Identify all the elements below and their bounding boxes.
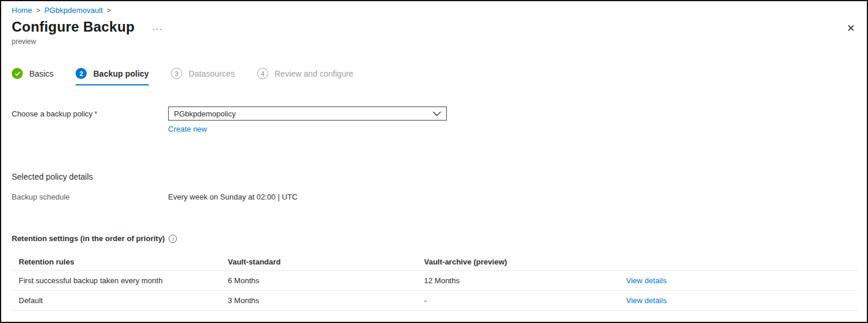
tab-datasources[interactable]: 3 Datasources xyxy=(171,68,235,85)
retention-settings-header: Retention settings (in the order of prio… xyxy=(12,234,867,243)
cell-retention-rule: Default xyxy=(12,296,221,305)
chevron-down-icon xyxy=(433,111,441,116)
more-options-button[interactable]: ... xyxy=(152,24,163,30)
column-header-vault-archive: Vault-archive (preview) xyxy=(417,257,619,266)
selected-policy-details-title: Selected policy details xyxy=(12,172,867,181)
tab-label: Basics xyxy=(29,69,53,78)
create-new-link[interactable]: Create new xyxy=(168,125,207,133)
configure-backup-pane: Home > PGbkpdemovault > Configure Backup… xyxy=(0,0,868,323)
dropdown-selected-value: PGbkpdemopolicy xyxy=(174,109,236,118)
backup-policy-field-row: Choose a backup policy* PGbkpdemopolicy … xyxy=(12,106,867,133)
column-header-vault-standard: Vault-standard xyxy=(221,257,417,266)
tab-backup-policy[interactable]: 2 Backup policy xyxy=(76,68,149,85)
cell-retention-rule: First successful backup taken every mont… xyxy=(12,276,221,285)
table-row: Default 3 Months - View details xyxy=(12,291,857,311)
cell-vault-archive: 12 Months xyxy=(417,276,619,285)
backup-policy-label: Choose a backup policy* xyxy=(12,106,168,118)
tab-label: Backup policy xyxy=(93,69,149,78)
page-title: Configure Backup xyxy=(12,19,135,35)
step-number-badge: 3 xyxy=(171,68,182,79)
backup-schedule-row: Backup schedule Every week on Sunday at … xyxy=(12,193,867,201)
cell-vault-standard: 3 Months xyxy=(221,296,417,305)
required-marker: * xyxy=(94,109,97,118)
preview-label: preview xyxy=(12,37,867,46)
step-number-badge: 2 xyxy=(76,68,87,79)
retention-settings-title: Retention settings (in the order of prio… xyxy=(12,234,165,243)
cell-vault-archive: - xyxy=(417,296,619,305)
retention-table-header-row: Retention rules Vault-standard Vault-arc… xyxy=(12,253,857,271)
tab-basics[interactable]: Basics xyxy=(12,68,53,85)
tab-label: Review and configure xyxy=(275,69,354,78)
wizard-steps: Basics 2 Backup policy 3 Datasources 4 R… xyxy=(12,68,867,85)
table-row: First successful backup taken every mont… xyxy=(12,271,857,291)
backup-policy-field: PGbkpdemopolicy Create new xyxy=(168,106,447,133)
title-row: Configure Backup ... xyxy=(12,19,867,35)
cell-vault-standard: 6 Months xyxy=(221,276,417,285)
close-icon[interactable]: ✕ xyxy=(847,22,855,35)
retention-table: Retention rules Vault-standard Vault-arc… xyxy=(12,253,857,311)
check-icon xyxy=(12,68,23,79)
backup-schedule-value: Every week on Sunday at 02:00 | UTC xyxy=(168,193,298,201)
view-details-link[interactable]: View details xyxy=(626,296,667,305)
view-details-link[interactable]: View details xyxy=(626,276,667,285)
tab-label: Datasources xyxy=(189,69,235,78)
breadcrumb-link-home[interactable]: Home xyxy=(12,6,32,15)
step-number-badge: 4 xyxy=(257,68,268,79)
breadcrumb-link-vault[interactable]: PGbkpdemovault xyxy=(45,6,103,15)
backup-schedule-label: Backup schedule xyxy=(12,193,168,201)
tab-review-and-configure[interactable]: 4 Review and configure xyxy=(257,68,354,85)
info-icon[interactable]: i xyxy=(169,235,177,243)
label-text: Choose a backup policy xyxy=(12,109,93,118)
breadcrumb-separator: > xyxy=(107,6,111,15)
breadcrumb: Home > PGbkpdemovault > xyxy=(12,6,867,15)
breadcrumb-separator: > xyxy=(36,6,40,15)
column-header-retention-rules: Retention rules xyxy=(12,257,221,266)
backup-policy-dropdown[interactable]: PGbkpdemopolicy xyxy=(168,106,447,121)
